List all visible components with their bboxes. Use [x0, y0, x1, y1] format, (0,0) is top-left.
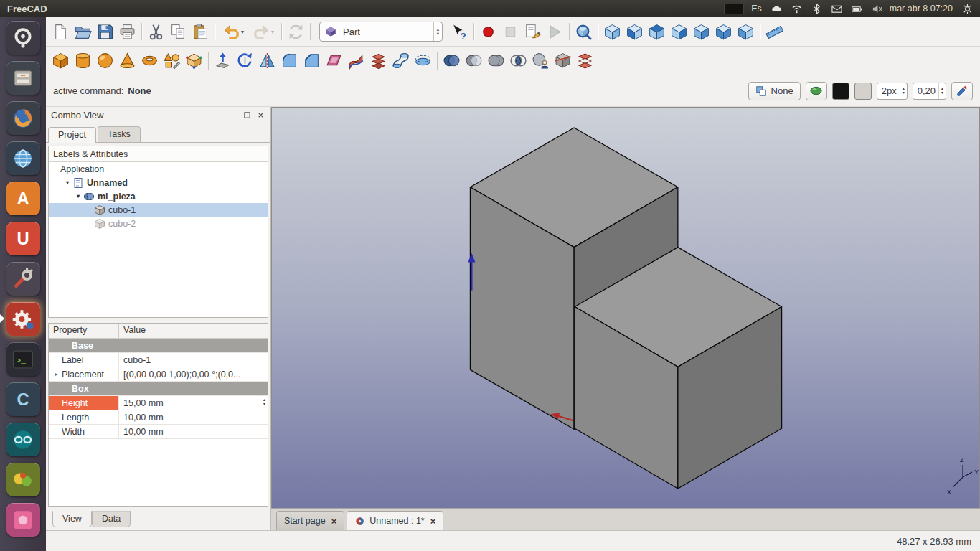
macro-execute-button[interactable]: ▾ [544, 21, 566, 43]
whats-this-button[interactable]: ?▾ [448, 21, 471, 43]
tab-project[interactable]: Project [48, 127, 96, 143]
construction-mode-button[interactable] [806, 82, 827, 100]
cross-sections-button[interactable]: ▾ [574, 50, 596, 72]
redo-button[interactable]: ▾ [248, 21, 278, 43]
box-button[interactable]: ▾ [50, 50, 72, 72]
tree-item-unnamed[interactable]: ▾ Unnamed [49, 176, 268, 189]
view-top-button[interactable]: ▾ [646, 21, 668, 43]
torus-button[interactable]: ▾ [138, 50, 161, 72]
shape-builder-button[interactable]: ▾ [183, 50, 205, 72]
dropdown-arrow-icon[interactable]: ▾ [241, 29, 244, 35]
dropdown-arrow-icon[interactable]: ▾ [271, 29, 274, 35]
mirror-button[interactable]: ▾ [256, 50, 278, 72]
combo-spinner-arrows[interactable]: ▴▾ [433, 22, 442, 41]
launcher-arduino[interactable] [6, 423, 40, 456]
close-tab-icon[interactable]: × [331, 516, 337, 527]
print-button[interactable]: ▾ [116, 21, 138, 43]
launcher-c-ide[interactable]: C [6, 382, 40, 416]
view-left-button[interactable]: ▾ [735, 21, 757, 43]
cone-button[interactable]: ▾ [116, 50, 138, 72]
macro-edit-button[interactable]: ▾ [522, 21, 544, 43]
clock-indicator[interactable]: mar abr 8 07:20 [890, 4, 953, 14]
mail-icon[interactable] [829, 4, 842, 14]
revolve-button[interactable]: ▾ [234, 50, 256, 72]
property-row-length[interactable]: Length 10,00 mm ▴▾ [49, 410, 268, 425]
launcher-freecad[interactable] [6, 302, 40, 336]
macro-record-button[interactable]: ▾ [477, 21, 499, 43]
property-row-placement[interactable]: ▸ Placement [(0,00 0,00 1,00);0,00 °;(0,… [49, 367, 268, 382]
launcher-web-browser[interactable] [6, 141, 40, 175]
fillet-button[interactable]: ▾ [278, 50, 301, 72]
tree-item-mi-pieza[interactable]: ▾ mi_pieza [49, 189, 268, 203]
view-right-button[interactable]: ▾ [668, 21, 690, 43]
copy-button[interactable]: ▾ [167, 21, 189, 43]
tab-tasks[interactable]: Tasks [98, 126, 141, 142]
ruled-surface-button[interactable]: ▾ [345, 50, 367, 72]
dock-float-button[interactable] [242, 110, 252, 121]
launcher-terminal[interactable]: >_ [6, 342, 40, 376]
launcher-dash-home[interactable] [6, 21, 40, 55]
bluetooth-icon[interactable] [809, 4, 822, 14]
volume-muted-icon[interactable] [870, 4, 882, 14]
view-bottom-button[interactable]: ▾ [712, 21, 735, 43]
offset-button[interactable]: ▾ [412, 50, 434, 72]
undo-button[interactable]: ▾ [218, 21, 248, 43]
launcher-game[interactable] [6, 463, 40, 496]
loft-button[interactable]: ▾ [367, 50, 390, 72]
intersection-button[interactable]: ▾ [507, 50, 529, 72]
launcher-firefox[interactable] [6, 101, 40, 135]
expand-arrow-icon[interactable]: ▾ [64, 179, 71, 186]
tab-data[interactable]: Data [92, 511, 131, 527]
section-button[interactable]: ▾ [552, 50, 574, 72]
fit-all-button[interactable]: ▾ [573, 21, 595, 43]
cylinder-button[interactable]: ▾ [72, 50, 94, 72]
launcher-system-tools[interactable] [6, 262, 40, 296]
doc-tab-start-page[interactable]: Start page × [276, 511, 344, 530]
cut-boolean-button[interactable]: ▾ [463, 50, 485, 72]
extrude-button[interactable]: ▾ [212, 50, 234, 72]
view-front-button[interactable]: ▾ [623, 21, 646, 43]
cut-button[interactable]: ▾ [145, 21, 167, 43]
3d-viewport[interactable]: Z Y X [271, 107, 980, 508]
measure-linear-button[interactable]: ▾ [763, 21, 786, 43]
chamfer-button[interactable]: ▾ [301, 50, 323, 72]
keyboard-layout-indicator[interactable]: Es [751, 4, 762, 14]
save-button[interactable]: ▾ [94, 21, 116, 43]
line-width-spinner[interactable]: 2px ▴▾ [877, 83, 908, 100]
apply-style-button[interactable] [951, 82, 973, 100]
wifi-icon[interactable] [789, 4, 802, 14]
tree-item-application[interactable]: Application [49, 162, 268, 176]
doc-tab-unnamed[interactable]: Unnamed : 1* × [347, 511, 443, 530]
line-color-swatch[interactable] [832, 83, 849, 100]
window-preview-icon[interactable] [722, 4, 744, 14]
expand-arrow-icon[interactable]: ▸ [52, 371, 60, 377]
sweep-button[interactable]: ▾ [390, 50, 412, 72]
tab-view[interactable]: View [52, 511, 92, 527]
autogroup-button[interactable]: None [748, 82, 801, 100]
property-row-label[interactable]: Label cubo-1 ▴▾ [49, 353, 268, 367]
refresh-button[interactable]: ▾ [285, 21, 307, 43]
spinner-arrows-icon[interactable]: ▴▾ [938, 83, 946, 99]
create-primitives-button[interactable]: ▾ [161, 50, 183, 72]
panel-splitter[interactable] [46, 318, 270, 323]
property-group-box[interactable]: Box ▴▾ [49, 382, 268, 396]
launcher-ubuntu-software[interactable]: U [6, 222, 40, 255]
boolean-button[interactable]: ▾ [440, 50, 463, 72]
sphere-button[interactable]: ▾ [94, 50, 116, 72]
launcher-extra[interactable] [6, 503, 40, 537]
open-button[interactable]: ▾ [72, 21, 94, 43]
spinner-arrows-icon[interactable]: ▴▾ [900, 83, 907, 99]
launcher-app-a[interactable]: A [6, 182, 40, 215]
tree-item-cubo-1[interactable]: cubo-1 [49, 203, 268, 217]
make-face-button[interactable]: ▾ [323, 50, 345, 72]
dock-close-button[interactable] [255, 110, 265, 121]
union-button[interactable]: ▾ [485, 50, 507, 72]
tree-item-cubo-2[interactable]: cubo-2 [49, 217, 268, 230]
battery-icon[interactable] [849, 4, 862, 14]
property-group-base[interactable]: Base ▴▾ [49, 339, 268, 353]
value-spinner[interactable]: ▴▾ [263, 398, 265, 406]
text-size-spinner[interactable]: 0,20 ▴▾ [913, 83, 946, 100]
macro-stop-button[interactable]: ▾ [499, 21, 522, 43]
expand-arrow-icon[interactable]: ▾ [75, 193, 82, 199]
launcher-files[interactable] [6, 61, 40, 95]
